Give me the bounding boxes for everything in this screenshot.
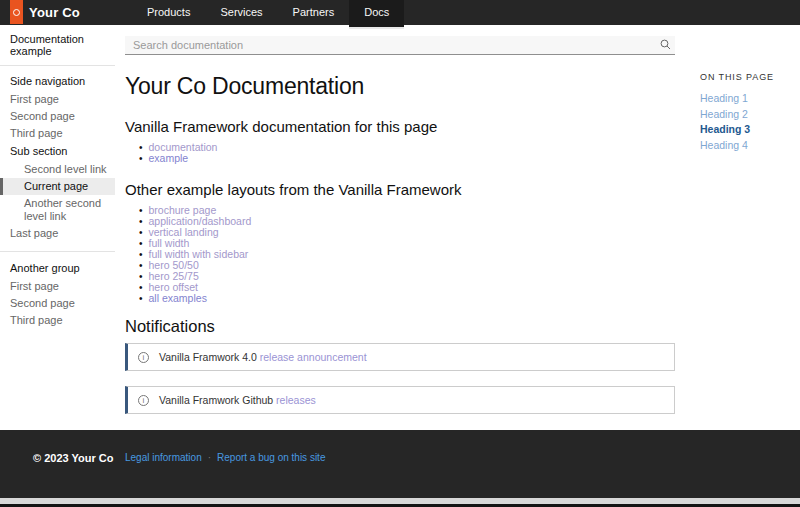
layouts-link-list: brochure page application/dashboard vert… bbox=[139, 205, 675, 304]
info-icon: i bbox=[138, 352, 149, 363]
link-all-examples[interactable]: all examples bbox=[149, 292, 207, 304]
list-item: vertical landing bbox=[139, 227, 675, 238]
footer-links: Legal information · Report a bug on this… bbox=[125, 452, 325, 463]
list-item: all examples bbox=[139, 293, 675, 304]
sidebar-item-last-page[interactable]: Last page bbox=[0, 225, 115, 242]
brand-name[interactable]: Your Co bbox=[29, 5, 80, 20]
section-heading-layouts: Other example layouts from the Vanilla F… bbox=[125, 182, 675, 198]
footer-separator: · bbox=[208, 452, 211, 463]
sidebar-item-second-level-link[interactable]: Second level link bbox=[0, 161, 115, 178]
notification-text: Vanilla Framwork 4.0 release announcemen… bbox=[159, 351, 367, 363]
sidebar-item-third-page[interactable]: Third page bbox=[0, 125, 115, 142]
list-item: full width with sidebar bbox=[139, 249, 675, 260]
link-releases[interactable]: releases bbox=[276, 394, 316, 406]
toc-link-heading-2[interactable]: Heading 2 bbox=[700, 108, 748, 120]
nav-item-docs[interactable]: Docs bbox=[349, 0, 404, 29]
list-item: Heading 4 bbox=[700, 138, 800, 154]
sidebar-item-first-page[interactable]: First page bbox=[0, 91, 115, 108]
page: Your Co Products Services Partners Docs … bbox=[0, 0, 800, 507]
search-icon[interactable] bbox=[655, 39, 675, 50]
subheader: Documentation example bbox=[0, 25, 800, 65]
toc-link-heading-3[interactable]: Heading 3 bbox=[700, 123, 750, 135]
nav-item-partners[interactable]: Partners bbox=[278, 0, 350, 25]
main-content: Your Co Documentation Vanilla Framework … bbox=[125, 65, 675, 430]
nav-item-services[interactable]: Services bbox=[205, 0, 277, 25]
info-icon: i bbox=[138, 395, 149, 406]
notification-label: Vanilla Framwork Github bbox=[159, 394, 273, 406]
link-legal-information[interactable]: Legal information bbox=[125, 452, 202, 463]
notification-text: Vanilla Framwork Github releases bbox=[159, 394, 316, 406]
on-this-page: ON THIS PAGE Heading 1 Heading 2 Heading… bbox=[700, 65, 800, 430]
footer: © 2023 Your Co Legal information · Repor… bbox=[0, 430, 800, 498]
link-example[interactable]: example bbox=[149, 152, 189, 164]
nav-items: Products Services Partners Docs bbox=[132, 0, 404, 25]
side-navigation: Side navigation First page Second page T… bbox=[0, 65, 115, 430]
sidebar-group-heading: Side navigation bbox=[0, 72, 115, 91]
search-box bbox=[125, 36, 675, 55]
list-item: application/dashboard bbox=[139, 216, 675, 227]
nav-item-products[interactable]: Products bbox=[132, 0, 205, 25]
search-input[interactable] bbox=[125, 39, 655, 51]
logo-icon bbox=[13, 9, 20, 16]
toc-link-heading-4[interactable]: Heading 4 bbox=[700, 139, 748, 151]
sidebar-divider bbox=[0, 251, 115, 252]
content-area: Side navigation First page Second page T… bbox=[0, 65, 800, 430]
list-item: Heading 2 bbox=[700, 107, 800, 123]
section-heading-docs: Vanilla Framework documentation for this… bbox=[125, 119, 675, 135]
sidebar-item-second-page[interactable]: Second page bbox=[0, 108, 115, 125]
link-release-announcement[interactable]: release announcement bbox=[260, 351, 367, 363]
list-item: hero 50/50 bbox=[139, 260, 675, 271]
sidebar-subsection-heading: Sub section bbox=[0, 142, 115, 161]
sidebar-item-current-page[interactable]: Current page bbox=[0, 178, 115, 195]
sidebar-item-second-page-2[interactable]: Second page bbox=[0, 295, 115, 312]
top-navbar: Your Co Products Services Partners Docs bbox=[0, 0, 800, 25]
notification-release: i Vanilla Framwork 4.0 release announcem… bbox=[125, 343, 675, 371]
link-report-a-bug[interactable]: Report a bug on this site bbox=[217, 452, 325, 463]
brand-logo[interactable] bbox=[10, 0, 23, 24]
toc-link-heading-1[interactable]: Heading 1 bbox=[700, 92, 748, 104]
list-item: hero offset bbox=[139, 282, 675, 293]
sidebar-group-heading-2: Another group bbox=[0, 259, 115, 278]
notification-github: i Vanilla Framwork Github releases bbox=[125, 386, 675, 414]
doc-context-label: Documentation example bbox=[0, 33, 115, 57]
list-item: hero 25/75 bbox=[139, 271, 675, 282]
list-item: Heading 1 bbox=[700, 91, 800, 107]
toc-list: Heading 1 Heading 2 Heading 3 Heading 4 bbox=[700, 91, 800, 153]
copyright: © 2023 Your Co bbox=[33, 452, 125, 464]
page-title: Your Co Documentation bbox=[125, 73, 675, 99]
sidebar-item-third-page-2[interactable]: Third page bbox=[0, 312, 115, 329]
docs-link-list: documentation example bbox=[139, 142, 675, 164]
sidebar-item-another-second-level-link[interactable]: Another second level link bbox=[0, 195, 115, 225]
toc-heading: ON THIS PAGE bbox=[700, 72, 800, 82]
list-item: documentation bbox=[139, 142, 675, 153]
list-item: example bbox=[139, 153, 675, 164]
notifications-heading: Notifications bbox=[125, 318, 675, 335]
list-item: Heading 3 bbox=[700, 122, 800, 138]
notification-label: Vanilla Framwork 4.0 bbox=[159, 351, 257, 363]
sidebar-item-first-page-2[interactable]: First page bbox=[0, 278, 115, 295]
